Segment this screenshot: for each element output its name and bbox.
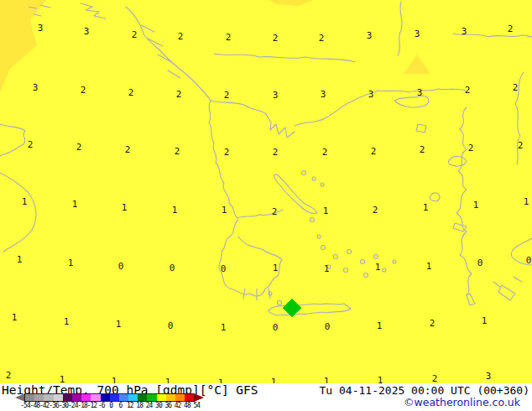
scale-color-segment [138,394,147,401]
temperature-color-scale [15,394,204,401]
scale-color-segment [147,394,156,401]
scale-left-arrow [15,393,25,402]
temp-value: 2 [373,206,378,215]
scale-color-segment [25,394,34,401]
temp-value: 2 [224,91,230,100]
temp-value: 1 [165,377,171,384]
temp-value: 2 [175,147,180,156]
temp-value: 1 [524,197,529,206]
temp-value: 0 [273,323,279,332]
temp-value: 2 [273,148,279,157]
scale-color-segment [175,394,185,401]
temp-value: 2 [178,32,184,41]
temp-value: 1 [324,264,330,273]
scale-color-segment [72,394,81,401]
temp-value: 2 [430,319,436,328]
temp-value: 3 [321,90,326,99]
scale-color-segment [91,394,100,401]
temp-value: 1 [72,200,78,209]
temp-value: 1 [12,313,18,322]
temp-value: 1 [482,316,488,325]
temp-value: 1 [378,376,383,384]
temp-value: 1 [375,263,381,272]
temp-value: 0 [168,321,174,330]
scale-tick-label: 54 [185,402,207,409]
temp-value: 3 [84,27,90,36]
temp-value: 3 [368,90,374,99]
temp-value: 2 [518,141,524,150]
weather-map-screen: 3322222333232222333322222222222221111121… [0,0,532,411]
map-area: 3322222333232222333322222222222221111121… [0,0,532,383]
temp-value: 3 [273,91,279,100]
temp-value: 1 [423,203,429,212]
temp-value: 2 [508,24,514,34]
temp-value: 1 [68,258,74,268]
scale-color-segment [185,394,194,401]
legend-bar: Height/Temp. 700 hPa [gdmp][°C] GFS Tu 0… [0,383,532,411]
temp-value: 2 [81,86,86,95]
temp-value: 1 [324,377,330,384]
scale-color-segment [54,394,63,401]
temp-value: 3 [415,29,420,39]
temp-value: 1 [273,263,279,273]
temp-value: 2 [224,148,230,157]
temp-value: 2 [513,83,519,92]
scale-color-segment [63,394,72,401]
scale-color-segment [44,394,53,401]
legend-datetime: Tu 04-11-2025 00:00 UTC (00+360) [320,384,529,397]
temp-value: 2 [468,143,474,153]
scale-segments [25,394,194,401]
temp-value: 2 [176,90,182,99]
temp-value: 1 [22,197,28,206]
temp-value: 2 [28,140,34,149]
temp-value: 2 [465,86,471,95]
temp-value: 3 [417,88,423,97]
scale-tick-labels: -54-48-42-36-30-24-18-12-606121824303642… [0,402,252,409]
temp-value: 1 [473,200,479,210]
temp-value: 1 [17,255,23,264]
temp-value: 2 [125,145,131,154]
temp-value: 3 [38,23,44,33]
temp-value: 2 [319,34,325,43]
scale-color-segment [166,394,175,401]
temp-value: 1 [221,323,227,332]
temp-value: 3 [33,83,39,92]
scale-color-segment [157,394,166,401]
temp-value: 2 [371,147,377,156]
temp-value: 1 [122,203,128,212]
temp-value: 1 [116,320,122,329]
temp-value: 2 [128,88,134,97]
temp-value: 1 [222,206,227,215]
temp-value: 0 [118,262,124,271]
temp-value: 0 [526,256,532,265]
temp-value: 0 [170,263,175,273]
temp-value: 1 [60,375,65,384]
temp-value: 2 [273,34,279,43]
temp-value: 3 [367,31,373,40]
copyright-link[interactable]: ©weatheronline.co.uk [404,396,520,408]
scale-right-arrow [194,393,204,402]
temp-value: 3 [486,372,492,381]
temp-value: 0 [477,258,483,268]
scale-color-segment [34,394,44,401]
temp-value: 2 [432,374,438,383]
temp-value: 3 [462,27,467,36]
temp-value: 2 [226,33,232,42]
temp-value: 1 [64,317,70,326]
temp-value: 2 [132,30,138,39]
temp-value: 2 [76,143,82,152]
temp-value: 2 [6,371,12,380]
scale-color-segment [110,394,119,401]
temp-value: 0 [325,322,331,331]
temp-value: 1 [112,377,117,384]
temp-value: 1 [377,321,383,330]
temp-value: 1 [426,262,432,271]
temp-value: 2 [322,148,328,157]
temp-value: 2 [420,145,425,154]
temp-value: 1 [323,206,329,216]
temp-value: 1 [172,206,178,215]
temp-value: 0 [221,264,227,273]
temp-value: 1 [271,377,277,384]
temp-value: 2 [272,207,278,216]
scale-color-segment [128,394,138,401]
